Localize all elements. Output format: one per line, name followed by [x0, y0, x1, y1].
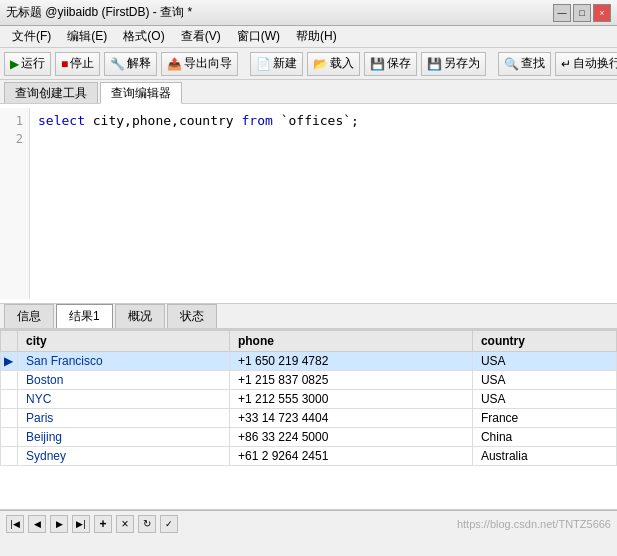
cell-phone: +86 33 224 5000 [229, 428, 472, 447]
autowrap-icon: ↵ [561, 57, 571, 71]
save-button[interactable]: 💾 保存 [364, 52, 417, 76]
tab-overview[interactable]: 概况 [115, 304, 165, 328]
cell-phone: +1 215 837 0825 [229, 371, 472, 390]
export-icon: 📤 [167, 57, 182, 71]
minimize-button[interactable]: — [553, 4, 571, 22]
explain-icon: 🔧 [110, 57, 125, 71]
table-row[interactable]: Sydney+61 2 9264 2451Australia [1, 447, 617, 466]
query-tabs: 查询创建工具 查询编辑器 [0, 80, 617, 104]
save-as-icon: 💾 [427, 57, 442, 71]
tab-info[interactable]: 信息 [4, 304, 54, 328]
maximize-button[interactable]: □ [573, 4, 591, 22]
find-button[interactable]: 🔍 查找 [498, 52, 551, 76]
result-tabs: 信息 结果1 概况 状态 [0, 304, 617, 330]
nav-controls: |◀ ◀ ▶ ▶| + × ↻ ✓ [6, 515, 178, 533]
cell-country: USA [472, 390, 616, 409]
search-icon: 🔍 [504, 57, 519, 71]
nav-add-button[interactable]: + [94, 515, 112, 533]
cell-phone: +61 2 9264 2451 [229, 447, 472, 466]
stop-button[interactable]: ■ 停止 [55, 52, 100, 76]
cell-country: USA [472, 352, 616, 371]
run-icon: ▶ [10, 57, 19, 71]
autowrap-button[interactable]: ↵ 自动换行 [555, 52, 617, 76]
menu-format[interactable]: 格式(O) [115, 26, 172, 47]
load-button[interactable]: 📂 载入 [307, 52, 360, 76]
cell-phone: +1 650 219 4782 [229, 352, 472, 371]
col-phone[interactable]: phone [229, 331, 472, 352]
cell-country: France [472, 409, 616, 428]
save-as-button[interactable]: 💾 另存为 [421, 52, 486, 76]
cell-city: Beijing [18, 428, 230, 447]
row-indicator [1, 409, 18, 428]
row-indicator [1, 390, 18, 409]
editor-area: 1 2 select city,phone,country from `offi… [0, 104, 617, 304]
stop-icon: ■ [61, 57, 68, 71]
cell-country: China [472, 428, 616, 447]
explain-button[interactable]: 🔧 解释 [104, 52, 157, 76]
col-city[interactable]: city [18, 331, 230, 352]
row-indicator [1, 428, 18, 447]
cell-phone: +33 14 723 4404 [229, 409, 472, 428]
menu-edit[interactable]: 编辑(E) [59, 26, 115, 47]
tab-result1[interactable]: 结果1 [56, 304, 113, 328]
watermark-text: https://blog.csdn.net/TNTZ5666 [457, 518, 611, 530]
data-table-container: city phone country ▶San Francisco+1 650 … [0, 330, 617, 510]
row-indicator: ▶ [1, 352, 18, 371]
menu-window[interactable]: 窗口(W) [229, 26, 288, 47]
new-button[interactable]: 📄 新建 [250, 52, 303, 76]
row-indicator [1, 371, 18, 390]
nav-last-button[interactable]: ▶| [72, 515, 90, 533]
window-title: 无标题 @yiibaidb (FirstDB) - 查询 * [6, 4, 192, 21]
nav-next-button[interactable]: ▶ [50, 515, 68, 533]
col-indicator [1, 331, 18, 352]
table-row[interactable]: Paris+33 14 723 4404France [1, 409, 617, 428]
table-row[interactable]: Boston+1 215 837 0825USA [1, 371, 617, 390]
new-icon: 📄 [256, 57, 271, 71]
table-row[interactable]: Beijing+86 33 224 5000China [1, 428, 617, 447]
col-country[interactable]: country [472, 331, 616, 352]
cell-city: Sydney [18, 447, 230, 466]
save-icon: 💾 [370, 57, 385, 71]
menu-bar: 文件(F) 编辑(E) 格式(O) 查看(V) 窗口(W) 帮助(H) [0, 26, 617, 48]
title-bar: 无标题 @yiibaidb (FirstDB) - 查询 * — □ × [0, 0, 617, 26]
tab-query-editor[interactable]: 查询编辑器 [100, 82, 182, 104]
close-button[interactable]: × [593, 4, 611, 22]
run-button[interactable]: ▶ 运行 [4, 52, 51, 76]
table-row[interactable]: NYC+1 212 555 3000USA [1, 390, 617, 409]
line-num-1: 1 [0, 112, 29, 130]
editor-content[interactable]: select city,phone,country from `offices`… [30, 108, 617, 299]
cell-phone: +1 212 555 3000 [229, 390, 472, 409]
load-icon: 📂 [313, 57, 328, 71]
cell-country: Australia [472, 447, 616, 466]
table-row[interactable]: ▶San Francisco+1 650 219 4782USA [1, 352, 617, 371]
export-button[interactable]: 📤 导出向导 [161, 52, 238, 76]
tab-query-builder[interactable]: 查询创建工具 [4, 82, 98, 103]
nav-refresh-button[interactable]: ↻ [138, 515, 156, 533]
results-table: city phone country ▶San Francisco+1 650 … [0, 330, 617, 466]
nav-first-button[interactable]: |◀ [6, 515, 24, 533]
tab-status[interactable]: 状态 [167, 304, 217, 328]
window-controls: — □ × [553, 4, 611, 22]
cell-city: San Francisco [18, 352, 230, 371]
line-num-2: 2 [0, 130, 29, 148]
menu-view[interactable]: 查看(V) [173, 26, 229, 47]
row-indicator [1, 447, 18, 466]
editor-line-1: select city,phone,country from `offices`… [38, 112, 609, 130]
cell-city: NYC [18, 390, 230, 409]
menu-file[interactable]: 文件(F) [4, 26, 59, 47]
editor-line-2 [38, 130, 609, 148]
nav-delete-button[interactable]: × [116, 515, 134, 533]
toolbar: ▶ 运行 ■ 停止 🔧 解释 📤 导出向导 📄 新建 📂 载入 💾 保存 💾 另… [0, 48, 617, 80]
cell-country: USA [472, 371, 616, 390]
cell-city: Boston [18, 371, 230, 390]
line-numbers: 1 2 [0, 108, 30, 299]
table-header-row: city phone country [1, 331, 617, 352]
nav-prev-button[interactable]: ◀ [28, 515, 46, 533]
nav-apply-button[interactable]: ✓ [160, 515, 178, 533]
status-bar: |◀ ◀ ▶ ▶| + × ↻ ✓ https://blog.csdn.net/… [0, 510, 617, 536]
cell-city: Paris [18, 409, 230, 428]
menu-help[interactable]: 帮助(H) [288, 26, 345, 47]
